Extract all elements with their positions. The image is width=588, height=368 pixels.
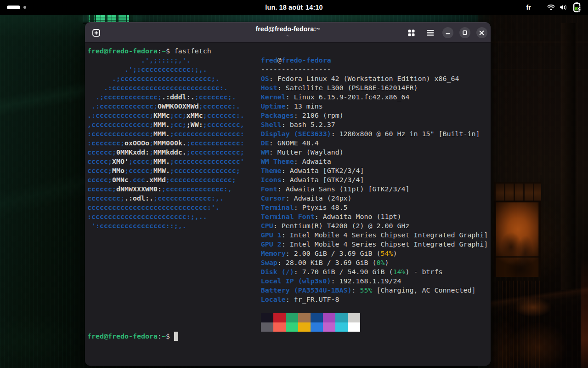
terminal-headerbar: fred@fredo-fedora:~ ~ — [85, 22, 491, 43]
close-icon — [479, 30, 484, 35]
clock-time: 14:10 — [305, 4, 323, 11]
new-tab-button[interactable] — [89, 26, 103, 40]
tab-overview-button[interactable] — [404, 26, 418, 40]
wifi-icon — [547, 4, 555, 11]
wallpaper-right-edge-light — [581, 258, 588, 368]
hamburger-menu-icon — [427, 30, 434, 36]
terminal-window[interactable]: fred@fredo-fedora:~ ~ — [85, 22, 491, 366]
clock-date: lun. 18 août — [265, 4, 303, 11]
terminal-output: fred@fredo-fedora:~$ fastfetch .',;::::;… — [87, 46, 488, 341]
wallpaper-street-streaks — [498, 281, 540, 368]
wallpaper-orange-window-detail — [494, 202, 541, 277]
tab-overview-icon — [408, 29, 415, 36]
maximize-button[interactable] — [459, 27, 470, 38]
minimize-icon — [446, 30, 450, 35]
volume-icon — [560, 4, 568, 11]
quick-settings-button[interactable]: fr — [526, 0, 582, 15]
new-tab-icon — [92, 29, 100, 37]
close-button[interactable] — [476, 27, 487, 38]
keyboard-layout-indicator: fr — [526, 4, 531, 11]
desktop: lun. 18 août 14:10 fr — [0, 0, 588, 368]
clock-button[interactable]: lun. 18 août 14:10 — [0, 0, 588, 15]
terminal-content[interactable]: fred@fredo-fedora:~$ fastfetch .',;::::;… — [85, 43, 491, 366]
wallpaper-orange-transom — [494, 182, 541, 202]
menu-button[interactable] — [424, 26, 437, 40]
maximize-icon — [463, 30, 467, 35]
top-bar: lun. 18 août 14:10 fr — [0, 0, 588, 15]
minimize-button[interactable] — [442, 27, 453, 38]
battery-charging-icon — [572, 2, 582, 13]
